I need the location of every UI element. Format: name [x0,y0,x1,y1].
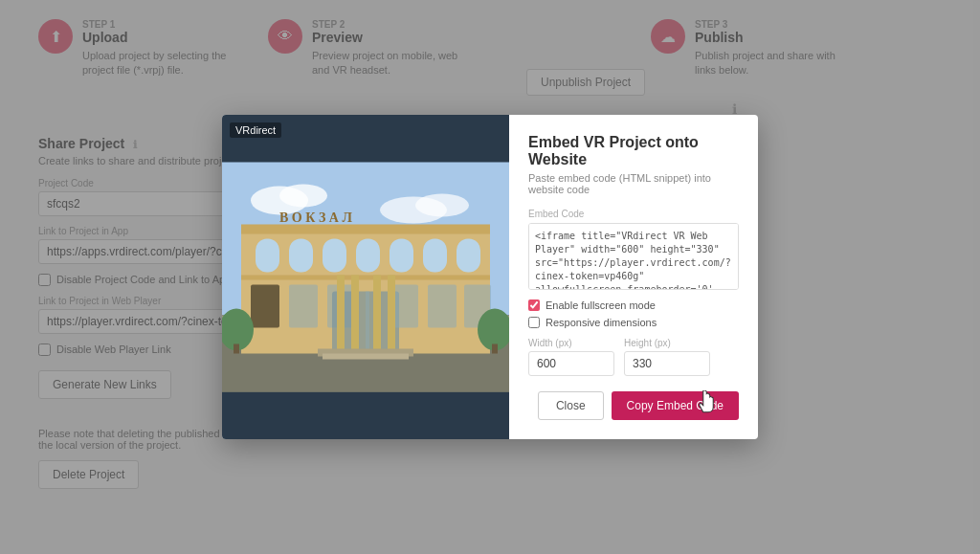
width-label: Width (px) [528,338,614,348]
svg-rect-15 [457,239,480,273]
svg-rect-25 [337,276,345,354]
svg-rect-23 [428,285,457,328]
width-input[interactable] [528,351,614,376]
svg-rect-34 [492,344,498,354]
svg-rect-13 [390,239,413,273]
svg-rect-12 [356,239,380,273]
modal-title: Embed VR Project onto Website [528,134,739,168]
svg-rect-26 [351,276,359,354]
embed-modal: VRdirect [222,115,758,439]
svg-rect-32 [234,344,239,354]
modal-overlay: VRdirect [0,0,980,554]
fullscreen-label: Enable fullscreen mode [546,299,656,311]
height-label: Height (px) [624,338,710,348]
dimensions-row: Width (px) Height (px) [528,338,739,376]
svg-rect-14 [423,239,447,273]
svg-rect-21 [366,292,369,354]
svg-rect-16 [241,276,490,280]
close-button[interactable]: Close [538,391,604,420]
svg-point-2 [279,185,327,208]
building-scene-svg: В О К З А Л [222,115,509,439]
svg-rect-18 [289,285,318,328]
svg-rect-27 [373,276,381,354]
svg-rect-11 [323,239,346,273]
modal-form: Embed VR Project onto Website Paste embe… [509,115,758,439]
width-group: Width (px) [528,338,614,376]
responsive-checkbox[interactable] [528,317,540,328]
embed-code-textarea[interactable]: <iframe title="VRdirect VR Web Player" w… [528,223,739,290]
height-input[interactable] [624,351,710,376]
vrdirect-label: VRdirect [230,122,281,138]
svg-rect-28 [388,276,395,354]
fullscreen-option: Enable fullscreen mode [528,299,739,311]
responsive-option: Responsive dimensions [528,317,739,328]
responsive-label: Responsive dimensions [546,317,657,328]
svg-rect-30 [323,354,409,360]
svg-rect-10 [289,239,313,273]
svg-rect-17 [251,285,279,328]
modal-actions: Close Copy Embed Code [528,391,739,420]
embed-code-label: Embed Code [528,209,739,219]
modal-image-panel: VRdirect [222,115,509,439]
copy-embed-button[interactable]: Copy Embed Code [612,391,739,420]
modal-subtitle: Paste embed code (HTML snippet) into web… [528,172,739,195]
height-group: Height (px) [624,338,710,376]
svg-rect-9 [256,239,279,273]
svg-point-4 [415,194,469,217]
svg-text:В О К З А Л: В О К З А Л [279,211,352,225]
fullscreen-checkbox[interactable] [528,299,540,311]
svg-rect-8 [241,225,490,234]
